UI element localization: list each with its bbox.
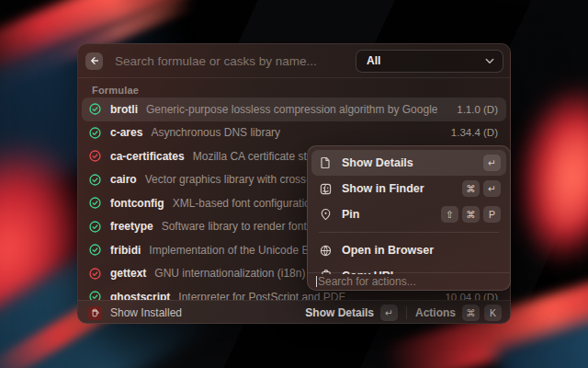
formula-description: Mozilla CA certificate store [193, 150, 322, 163]
menu-item-show-details[interactable]: Show Details ↵ [311, 150, 506, 176]
formula-version: 1.34.4 (D) [442, 127, 498, 138]
command-key-badge: ⌘ [462, 180, 480, 197]
formula-name: ca-certificates [110, 150, 185, 163]
actions-label: Actions [415, 306, 456, 319]
actions-button[interactable]: Actions ⌘ K [415, 305, 502, 321]
wallpaper-shape [501, 75, 588, 274]
back-button[interactable] [85, 52, 103, 70]
action-bar: Show Installed Show Details ↵ Actions ⌘ … [78, 300, 510, 324]
finder-icon [319, 183, 333, 195]
formula-name: fribidi [110, 244, 141, 257]
formula-name: cairo [110, 173, 137, 186]
show-details-action[interactable]: Show Details ↵ [305, 305, 398, 321]
command-key-badge: ⌘ [462, 206, 480, 223]
check-circle-icon [89, 103, 101, 115]
actions-menu-list: Show Details ↵ Show in Finder ⌘ ↵ [308, 146, 510, 274]
formula-description: Software library to render fonts [162, 220, 312, 233]
text-caret [316, 276, 317, 287]
menu-item-open-in-browser[interactable]: Open in Browser [311, 237, 506, 263]
check-circle-icon [89, 127, 101, 139]
section-header-formulae: Formulae [92, 85, 139, 96]
arrow-left-icon [89, 55, 100, 66]
show-details-label: Show Details [305, 306, 374, 319]
filter-dropdown[interactable]: All [356, 50, 503, 73]
search-header: Search formulae or casks by name... All [78, 44, 510, 78]
check-circle-icon [89, 221, 101, 233]
check-circle-icon [89, 244, 101, 256]
menu-item-label: Show in Finder [342, 182, 424, 195]
menu-item-keys: ⌘ ↵ [462, 180, 501, 197]
action-bar-right: Show Details ↵ Actions ⌘ K [305, 305, 502, 321]
formula-version: 10.04.0 (D) [435, 292, 498, 300]
formula-name: brotli [110, 103, 138, 116]
desktop-background: Search formulae or casks by name... All … [0, 0, 588, 368]
k-key-badge: K [484, 305, 502, 321]
formula-description: Interpreter for PostScript and PDF [178, 291, 345, 300]
list-item-brotli[interactable]: brotli Generic-purpose lossless compress… [82, 98, 506, 121]
formula-name: fontconfig [110, 197, 164, 210]
pin-icon [319, 208, 333, 221]
shift-key-badge: ⇧ [441, 206, 458, 223]
menu-item-pin[interactable]: Pin ⇧ ⌘ P [311, 201, 506, 227]
menu-item-label: Open in Browser [342, 244, 434, 257]
check-circle-icon [89, 150, 101, 162]
menu-item-keys: ↵ [483, 155, 501, 171]
extension-info: Show Installed [88, 306, 182, 320]
menu-item-keys: ⇧ ⌘ P [441, 206, 501, 223]
actions-menu: Show Details ↵ Show in Finder ⌘ ↵ [307, 145, 511, 291]
menu-item-show-in-finder[interactable]: Show in Finder ⌘ ↵ [311, 176, 506, 201]
command-key-badge: ⌘ [462, 305, 480, 321]
actions-search-placeholder: Search for actions... [318, 275, 416, 288]
homebrew-icon [88, 306, 102, 320]
check-circle-icon [89, 291, 101, 300]
globe-icon [319, 245, 333, 257]
check-circle-icon [89, 174, 101, 186]
show-installed-label: Show Installed [110, 306, 182, 319]
check-circle-icon [89, 268, 101, 280]
formula-name: freetype [110, 220, 153, 233]
menu-item-label: Show Details [342, 156, 413, 169]
document-icon [319, 156, 333, 169]
formula-name: gettext [110, 267, 146, 280]
actions-search-input[interactable]: Search for actions... [308, 272, 510, 290]
return-key-badge: ↵ [483, 155, 501, 171]
check-circle-icon [89, 197, 101, 209]
p-key-badge: P [483, 206, 501, 223]
formula-name: ghostscript [110, 291, 170, 300]
return-key-badge: ↵ [483, 180, 501, 197]
chevron-down-icon [485, 58, 494, 64]
filter-dropdown-value: All [367, 54, 485, 67]
list-item-c-ares[interactable]: c-ares Asynchronous DNS library 1.34.4 (… [82, 121, 506, 145]
divider [406, 306, 407, 319]
search-input[interactable]: Search formulae or casks by name... [115, 54, 356, 68]
formula-description: Generic-purpose lossless compression alg… [146, 103, 437, 116]
formula-version: 1.1.0 (D) [447, 104, 498, 115]
return-key-badge: ↵ [380, 305, 398, 321]
formula-name: c-ares [110, 126, 142, 139]
menu-separator [319, 232, 499, 233]
formula-description: Asynchronous DNS library [151, 126, 280, 139]
wallpaper-shape [531, 113, 588, 241]
menu-item-label: Pin [342, 208, 359, 221]
